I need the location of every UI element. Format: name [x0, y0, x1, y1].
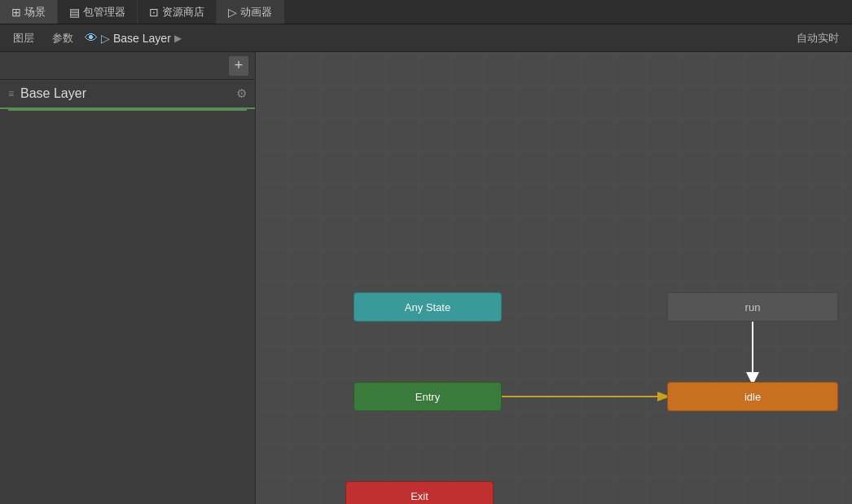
node-any-state[interactable]: Any State — [354, 292, 502, 322]
top-menubar: ⊞ 场景 ▤ 包管理器 ⊡ 资源商店 ▷ 动画器 — [0, 0, 852, 24]
tab-layers[interactable]: 图层 — [7, 28, 41, 49]
sidebar-item-baselayer[interactable]: ≡ Base Layer ⚙ — [0, 80, 255, 109]
tab-params[interactable]: 参数 — [46, 28, 80, 49]
sidebar-toolbar: + — [0, 52, 255, 80]
menu-item-scene-label: 场景 — [24, 5, 46, 20]
main-layout: + ≡ Base Layer ⚙ — [0, 52, 852, 504]
node-entry[interactable]: Entry — [354, 382, 502, 411]
animator-breadcrumb-icon: ▷ — [101, 32, 110, 45]
menu-item-package-label: 包管理器 — [83, 5, 125, 20]
layer-collapse-icon: ≡ — [8, 88, 14, 99]
entry-label: Entry — [415, 391, 440, 403]
canvas-connections — [256, 52, 852, 504]
run-label: run — [745, 301, 761, 313]
auto-run-label: 自动实时 — [797, 31, 845, 46]
animator-icon: ▷ — [228, 6, 237, 19]
gear-icon[interactable]: ⚙ — [236, 86, 247, 101]
menu-item-animator-label: 动画器 — [240, 5, 272, 20]
exit-label: Exit — [411, 490, 428, 502]
menu-item-package[interactable]: ▤ 包管理器 — [58, 0, 138, 24]
header-tabs: 图层 参数 👁 — [7, 28, 98, 49]
menu-item-store-label: 资源商店 — [162, 5, 204, 20]
node-run[interactable]: run — [667, 292, 838, 322]
scene-icon: ⊞ — [11, 6, 21, 19]
node-exit[interactable]: Exit — [345, 481, 494, 504]
header-bar: 图层 参数 👁 ▷ Base Layer ▶ 自动实时 — [0, 24, 852, 52]
idle-label: idle — [744, 391, 761, 403]
menu-item-store[interactable]: ⊡ 资源商店 — [138, 0, 217, 24]
menu-item-scene[interactable]: ⊞ 场景 — [0, 0, 58, 24]
store-icon: ⊡ — [149, 6, 159, 19]
add-layer-button[interactable]: + — [229, 56, 248, 76]
sidebar-underline — [8, 109, 247, 111]
eye-icon[interactable]: 👁 — [85, 31, 98, 46]
breadcrumb: ▷ Base Layer ▶ — [98, 32, 797, 45]
breadcrumb-label: Base Layer — [113, 32, 171, 45]
sidebar-layer-label: Base Layer — [20, 86, 230, 101]
breadcrumb-arrow-icon: ▶ — [174, 33, 182, 44]
any-state-label: Any State — [405, 301, 450, 313]
canvas-area[interactable]: Any State Entry Exit run idle — [256, 52, 852, 504]
sidebar: + ≡ Base Layer ⚙ — [0, 52, 256, 504]
package-icon: ▤ — [69, 6, 80, 19]
menu-item-animator[interactable]: ▷ 动画器 — [217, 0, 284, 24]
node-idle[interactable]: idle — [667, 382, 838, 411]
